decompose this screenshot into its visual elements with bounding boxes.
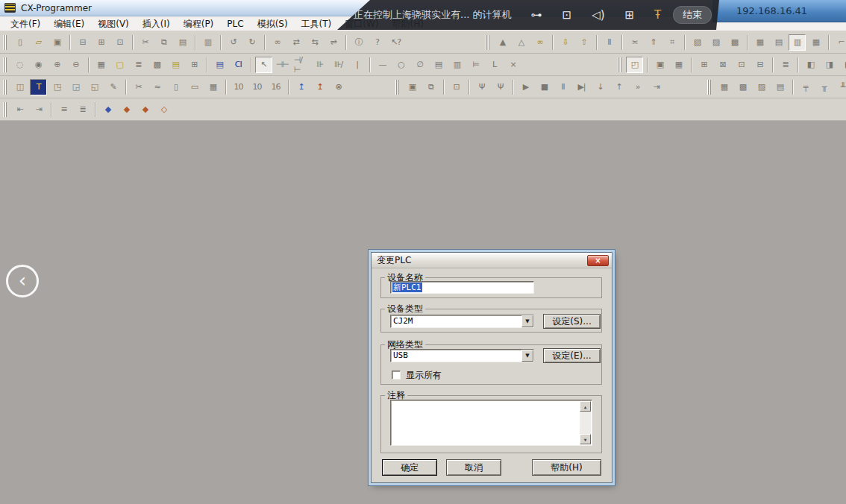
indent-left-icon[interactable]: ⇤ <box>11 101 28 118</box>
cascade-windows-icon[interactable]: ◫ <box>11 79 28 95</box>
change-all-icon[interactable]: ⇌ <box>325 34 342 51</box>
menu-item-simulation[interactable]: 模拟(S) <box>251 16 295 31</box>
indent-right-icon[interactable]: ⇥ <box>30 101 47 118</box>
window-find-icon[interactable]: ◳ <box>48 79 66 95</box>
work-online-simulator-icon[interactable]: △ <box>513 34 530 51</box>
section-icon[interactable]: ◰ <box>626 57 643 73</box>
sim-to-break-icon[interactable]: ⇥ <box>648 79 665 95</box>
work-online-icon[interactable]: ▲ <box>494 34 511 51</box>
new-closed-contact-icon[interactable]: ⊣/⊢ <box>292 57 310 73</box>
comment-textarea[interactable]: ▲ ▼ <box>390 400 592 446</box>
comment-scrollbar[interactable]: ▲ ▼ <box>580 401 591 444</box>
symbols-view-icon[interactable]: CI <box>230 57 247 73</box>
io-table-3-icon[interactable]: ▨ <box>753 79 770 95</box>
fullscreen-icon[interactable]: ⊡ <box>563 8 572 22</box>
menu-item-tools[interactable]: 工具(T) <box>295 16 339 31</box>
online-search-icon[interactable]: ∞ <box>531 34 548 51</box>
transfer-to-plc-icon[interactable]: ⇩ <box>557 34 574 51</box>
program-mode-icon[interactable]: ▦ <box>807 34 824 51</box>
window-x-icon[interactable]: ◨ <box>821 57 838 73</box>
session-tool-icon[interactable]: Ŧ <box>654 8 661 22</box>
watch-sheet-icon[interactable]: ⧉ <box>422 79 439 95</box>
sim-step-icon[interactable]: ▶| <box>573 79 590 95</box>
monitor-mode-icon[interactable]: ▥ <box>789 34 806 51</box>
menu-item-edit[interactable]: 编辑(E) <box>47 16 91 31</box>
sim-pause-icon[interactable]: Ⅱ <box>554 79 571 95</box>
horizontal-line-icon[interactable]: — <box>374 57 391 73</box>
find-icon[interactable]: ∞ <box>269 34 286 51</box>
device-type-settings-button[interactable]: 设定(S)... <box>543 314 601 329</box>
window-z-icon[interactable]: ◧ <box>802 57 819 73</box>
run-mode-icon[interactable]: ▦ <box>751 34 768 51</box>
sim-stop-icon[interactable]: ■ <box>536 79 553 95</box>
toolbar-handle[interactable] <box>3 57 7 72</box>
new-or-contact-icon[interactable]: ⊪ <box>311 57 328 73</box>
trigger-hand-icon[interactable]: Ψ <box>492 79 509 95</box>
insert-rung-above-icon[interactable]: ⊞ <box>695 57 712 73</box>
new-instruction-icon[interactable]: ▤ <box>430 57 447 73</box>
compare-with-plc-icon[interactable]: ≍ <box>626 34 643 51</box>
calendar-grid-icon[interactable]: ▦ <box>670 57 687 73</box>
insert-rung-below-icon[interactable]: ⊡ <box>733 57 750 73</box>
io-table-4-icon[interactable]: ▤ <box>771 79 789 95</box>
chevron-down-icon[interactable]: ▼ <box>521 315 533 327</box>
force-on-icon[interactable]: ↥ <box>292 79 310 95</box>
symbol-tree-icon[interactable]: ⊞ <box>186 57 203 73</box>
pin-icon[interactable]: ⊶ <box>531 8 542 22</box>
address-reference-icon[interactable]: ▤ <box>167 57 184 73</box>
delete-rung-icon[interactable]: ⊠ <box>714 57 731 73</box>
menu-item-program[interactable]: 编程(P) <box>177 16 221 31</box>
remove-rung-icon[interactable]: ⊟ <box>751 57 768 73</box>
program-transfer-icon[interactable]: ▨ <box>707 34 724 51</box>
line-delete-icon[interactable]: × <box>504 57 521 73</box>
zoom-in-icon[interactable]: ⊕ <box>48 57 66 73</box>
new-pv-instruction-icon[interactable]: ▥ <box>448 57 466 73</box>
help-button[interactable]: 帮助(H) <box>532 459 601 476</box>
save-icon[interactable]: ▣ <box>48 34 66 51</box>
new-fb-icon[interactable]: ⊨ <box>467 57 484 73</box>
back-button[interactable]: ‹ <box>6 265 39 297</box>
toolbar-handle[interactable] <box>3 35 7 50</box>
zoom-region-icon[interactable]: ◉ <box>30 57 47 73</box>
toolbar-handle[interactable] <box>3 80 7 95</box>
device-type-combobox[interactable]: CJ2M ▼ <box>390 315 534 328</box>
ok-button[interactable]: 确定 <box>382 459 437 476</box>
program-protect-icon[interactable]: ▩ <box>726 34 743 51</box>
zoom-tool-icon[interactable]: ◌ <box>11 57 28 73</box>
dialog-view-icon[interactable]: ▭ <box>186 79 203 95</box>
symbol-table-icon[interactable]: ≣ <box>777 57 794 73</box>
sim-step-in-icon[interactable]: ↓ <box>592 79 609 95</box>
paste-icon[interactable]: ▤ <box>174 34 191 51</box>
new-closed-coil-icon[interactable]: ∅ <box>411 57 428 73</box>
scroll-up-icon[interactable]: ▲ <box>580 401 591 412</box>
network-2-icon[interactable]: ╥ <box>815 79 833 95</box>
partial-transfer-icon[interactable]: ⇑ <box>645 34 662 51</box>
info-icon[interactable]: ⓘ <box>350 34 367 51</box>
open-file-icon[interactable]: ▱ <box>30 34 47 51</box>
print-setup-icon[interactable]: ⊟ <box>74 34 91 51</box>
online-edit-icon[interactable]: ⌐ <box>833 34 846 51</box>
menu-item-file[interactable]: 文件(F) <box>4 16 47 31</box>
line-numbers-icon[interactable]: ≡ <box>55 101 72 118</box>
redo-icon[interactable]: ↻ <box>243 34 260 51</box>
show-all-checkbox[interactable] <box>392 371 401 379</box>
grid-icon[interactable]: ▦ <box>93 57 110 73</box>
io-comment-icon[interactable]: ▯ <box>167 79 184 95</box>
properties-icon[interactable]: ✎ <box>104 79 122 95</box>
sim-step-out-icon[interactable]: ↑ <box>610 79 627 95</box>
context-help-icon[interactable]: ↖? <box>387 34 404 51</box>
verify-icon[interactable]: ⌗ <box>663 34 680 51</box>
device-name-input[interactable]: 新PLC1 <box>390 281 534 294</box>
data-trace-icon[interactable]: ⊡ <box>448 79 465 95</box>
print-preview-icon[interactable]: ⊡ <box>111 34 128 51</box>
cancel-button[interactable]: 取消 <box>446 459 501 476</box>
force-off-icon[interactable]: ↥ <box>311 79 328 95</box>
watch-window-icon[interactable]: ▣ <box>404 79 421 95</box>
network-type-combobox[interactable]: USB ▼ <box>390 349 534 362</box>
print-icon[interactable]: ⊞ <box>93 34 110 51</box>
add-monitor-icon[interactable]: ⊞ <box>625 8 635 22</box>
transfer-from-plc-icon[interactable]: ⇧ <box>575 34 592 51</box>
debug-mode-icon[interactable]: ▤ <box>770 34 787 51</box>
toolbar-handle[interactable] <box>486 35 490 50</box>
network-1-icon[interactable]: ╤ <box>797 79 814 95</box>
